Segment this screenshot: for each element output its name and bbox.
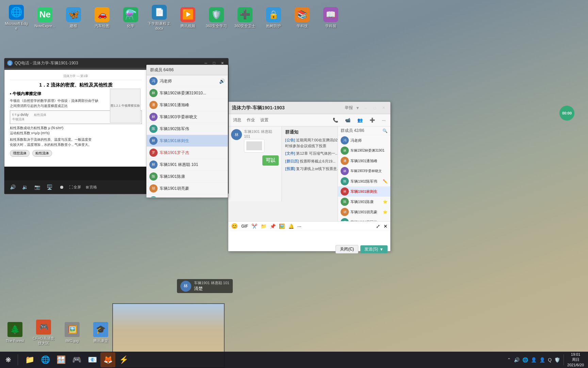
member-1901linze[interactable]: 林 车辆1901林则生 <box>147 135 228 147</box>
taskbar-game[interactable]: 🎮 <box>69 352 84 367</box>
msg-sender1: 车辆1901 林惠聪 101 <box>244 129 279 138</box>
tab-settings[interactable]: 设置 <box>258 116 271 124</box>
viscous-fluid-btn[interactable]: 粘性流体 <box>32 150 52 157</box>
camera-btn[interactable]: 📷 <box>32 182 42 192</box>
notif-text2: 第12章 可压缩气体的一... <box>296 151 338 155</box>
icon-huaxue[interactable]: ⚗️ 化学 <box>117 3 144 33</box>
start-btn[interactable]: ❋ <box>0 352 16 368</box>
gif-btn[interactable]: GIF <box>241 224 248 229</box>
taskbar-clock[interactable]: 19:01 周日 2021/6/20 <box>567 352 584 368</box>
group-btn[interactable]: 👥 <box>355 116 365 124</box>
cm-chenjun[interactable]: 陈 车辆1902陈军伟 ✏️ <box>338 176 390 186</box>
cm-hu[interactable]: 胡 车辆1901胡亮豪 ⭐ <box>338 207 390 217</box>
cm-name-feng: 冯老师 <box>350 138 362 143</box>
tab-homework[interactable]: 作业 <box>245 116 257 124</box>
record-btn[interactable]: ⏺ <box>57 182 66 192</box>
icon-img-edge: 🌐 <box>9 5 24 20</box>
ideal-fluid-btn[interactable]: 理想流体 <box>10 150 30 157</box>
mic-btn[interactable]: 🔊 <box>8 182 17 192</box>
grid-view-btn[interactable]: ⊞ 宫格 <box>86 185 97 190</box>
tray-network[interactable]: 🌐 <box>522 357 528 363</box>
icon-img-ne: Ne <box>37 7 52 22</box>
close-input-btn[interactable]: ✕ <box>383 224 388 229</box>
notif-tag3: [群日历] <box>285 159 299 163</box>
tray-security[interactable]: 🛡️ <box>554 357 560 363</box>
image-btn[interactable]: 🖼️ <box>279 224 285 229</box>
member-fenglaoshi[interactable]: 冯 冯老师 🔊 <box>147 75 228 87</box>
folder-btn[interactable]: 📁 <box>261 224 266 229</box>
avatar-fenglaoshi: 冯 <box>149 77 158 85</box>
icon-xuekeliu[interactable]: 📖 学科留 <box>317 3 344 33</box>
member-search-icon[interactable]: 🔍 <box>382 128 388 133</box>
member-1901chenkang[interactable]: 陈 车辆1901陈康 <box>147 171 228 183</box>
taskbar-vivi[interactable]: ⚡ <box>116 352 131 367</box>
tray-people2[interactable]: 👤 <box>539 357 545 363</box>
bell-btn[interactable]: 🔔 <box>288 224 294 229</box>
icon-imgjpg[interactable]: 🖼️ IMG.jpg <box>59 318 86 348</box>
taskbar-filemanager[interactable]: 📁 <box>22 352 37 367</box>
chat-close-btn[interactable]: ✕ <box>380 105 387 111</box>
member-1902lin[interactable]: 林 车辆1902林委渊319010... <box>147 87 228 99</box>
member-1901pan[interactable]: 潘 车辆1901潘旭峰 <box>147 99 228 111</box>
cm-feng[interactable]: 冯 冯老师 <box>338 135 390 145</box>
tray-volume[interactable]: 🔊 <box>514 357 520 363</box>
cm-linze[interactable]: 林 车辆1901林则生 <box>338 186 390 197</box>
member-1903lin[interactable]: 林 车辆1903学委林晓文 <box>147 111 228 123</box>
more-input-btn[interactable]: ··· <box>297 224 301 229</box>
icon-anquanfanghu[interactable]: 🔒 抱树防护 <box>260 3 287 33</box>
cm-name-linxiao: 车辆1903学委林晓文 <box>350 169 382 173</box>
icon-tengxuketang[interactable]: 🎓 腾讯课堂 <box>87 318 114 348</box>
tray-up-arrow[interactable]: ⌃ <box>507 357 511 363</box>
cm-chenkang[interactable]: 陈 车辆1901陈康 ⭐ <box>338 197 390 207</box>
icon-xuekeji[interactable]: 📚 学科技 <box>289 3 316 33</box>
video-btn[interactable]: 📹 <box>343 116 353 124</box>
report-btn[interactable]: 举报 <box>345 105 353 111</box>
cm-linxiao[interactable]: 林 车辆1903学委林晓文 <box>338 166 390 176</box>
tray-people1[interactable]: 👤 <box>531 357 537 363</box>
phone-btn[interactable]: 📞 <box>331 116 340 124</box>
member-1901luo[interactable]: 罗 车辆1901罗子杰 <box>147 147 228 159</box>
member-1902chen[interactable]: 陈 车辆1902陈军伟 <box>147 123 228 135</box>
taskbar-fox[interactable]: 🦊 <box>100 352 115 367</box>
chat-maximize-btn[interactable]: □ <box>371 105 378 111</box>
more-btn[interactable]: ··· <box>380 116 388 124</box>
taskbar-windows[interactable]: 🪟 <box>53 352 68 367</box>
tab-messages[interactable]: 消息 <box>231 116 243 124</box>
fullscreen-btn[interactable]: ⛶ 全屏 <box>69 185 81 190</box>
chat-minimize-btn[interactable]: ─ <box>362 105 369 111</box>
video-msg-text: 清楚 <box>194 286 229 292</box>
send-btn[interactable]: 发送(S) ▼ <box>360 245 388 253</box>
icon-doc[interactable]: 📄 下学期课程 2.docx <box>146 3 173 33</box>
cm-lin1902[interactable]: 林 车辆1902林委渊31901 <box>338 145 390 156</box>
taskbar-mail[interactable]: 📧 <box>85 352 100 367</box>
icon-noteexpress[interactable]: Ne NoteExpre... <box>31 3 59 33</box>
taskbar-edge[interactable]: 🌐 <box>38 352 53 367</box>
icon-img-aqfh: 🔒 <box>266 7 281 22</box>
icon-theforest[interactable]: 🌲 The Forest <box>1 318 29 348</box>
scissors-btn[interactable]: ✂️ <box>251 224 257 229</box>
icon-qiche[interactable]: 🚗 汽车绘图 <box>88 3 116 33</box>
cm-pan[interactable]: 潘 车辆1901潘旭峰 <box>338 156 390 166</box>
icon-edge[interactable]: 🌐 Microsoft Edge <box>3 3 30 33</box>
member-1901luoguo[interactable]: 罗 车辆1901罗国栋 <box>147 195 228 197</box>
icon-jianmo[interactable]: 🦋 建模 <box>60 3 87 33</box>
cm-avatar-linze: 林 <box>341 187 349 196</box>
pin-btn[interactable]: 📌 <box>270 224 276 229</box>
member-1901hu[interactable]: 胡 车辆1901胡亮豪 <box>147 183 228 195</box>
emoji-btn[interactable]: 😊 <box>231 223 238 229</box>
grid-icon: ⊞ <box>86 185 89 189</box>
volume-btn[interactable]: 🔉 <box>20 182 30 192</box>
icon-tengxun[interactable]: ▶️ 腾讯视频 <box>174 3 201 33</box>
close-chat-btn[interactable]: 关闭(C) <box>336 245 358 254</box>
formula2: 粘性流体 <box>34 113 46 122</box>
expand-btn[interactable]: ⤢ <box>376 224 380 229</box>
chat-text-input[interactable] <box>228 231 390 243</box>
chat-members-sidebar: 群成员 42/86 🔍 冯 冯老师 林 车辆1902林委渊31901 潘 车辆1… <box>338 126 390 225</box>
add-btn[interactable]: ➕ <box>368 116 377 124</box>
screen-btn[interactable]: 🖥️ <box>45 182 54 192</box>
icon-360guard[interactable]: ➕ 360安全卫士 <box>231 3 259 33</box>
member-1901linhui[interactable]: 林 车辆1901 林惠聪 101 <box>147 159 228 171</box>
icon-360[interactable]: 🛡️ 360安全学习 <box>203 3 230 33</box>
tray-qq[interactable]: Q <box>548 357 552 363</box>
icon-cfhd[interactable]: 🎮 CFHD高清竞 技大区 <box>30 318 57 348</box>
